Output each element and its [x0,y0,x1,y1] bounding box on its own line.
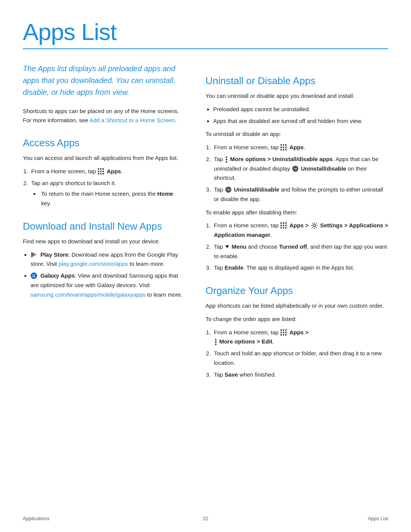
svg-rect-7 [100,173,102,174]
organize-step-2: Touch and hold an app shortcut or folder… [212,349,388,368]
svg-rect-37 [280,329,282,331]
svg-rect-33 [280,227,282,229]
svg-rect-0 [98,168,99,170]
svg-rect-41 [283,332,284,333]
galaxy-apps-icon: G [30,272,37,279]
svg-rect-17 [285,144,287,146]
main-content: The Apps list displays all preloaded app… [23,63,388,383]
apps-grid-icon-3 [280,222,287,229]
uninstall-heading: Uninstall or Disable Apps [206,75,388,87]
organize-heading: Organize Your Apps [206,285,388,297]
svg-rect-27 [280,222,282,224]
svg-rect-16 [283,144,284,146]
svg-rect-19 [283,147,284,148]
svg-point-25 [226,159,227,160]
galaxy-apps-link[interactable]: samsung.com/levant/apps/mobile/galaxyapp… [30,291,146,298]
play-store-item: Play Store: Download new apps from the G… [30,250,183,269]
shortcut-link[interactable]: Add a Shortcut to a Home Screen [89,117,175,123]
uninstall-bullet-1: Preloaded apps cannot be uninstalled. [213,105,388,114]
enable-step-3: Tap Enable. The app is displayed again i… [212,263,388,273]
download-heading: Download and Install New Apps [23,220,183,232]
enable-steps-intro: To enable apps after disabling them: [206,208,388,217]
svg-point-36 [313,224,315,227]
svg-rect-29 [285,222,287,224]
svg-rect-30 [280,225,282,227]
download-intro: Find new apps to download and install on… [23,237,183,246]
menu-triangle-icon [225,245,229,248]
intro-body: Shortcuts to apps can be placed on any o… [23,107,183,125]
apps-grid-icon-4 [280,329,287,336]
svg-rect-20 [285,147,287,148]
uninstall-step-2: Tap More options > Uninstall/disable app… [212,155,388,183]
organize-step-1: From a Home screen, tap [212,328,388,347]
svg-rect-18 [280,147,282,148]
more-options-icon-2 [215,339,217,345]
footer-center: 22 [203,516,208,521]
svg-rect-2 [103,168,104,170]
svg-rect-4 [100,171,102,172]
uninstall-circle-icon-2 [225,187,231,193]
right-column: Uninstall or Disable Apps You can uninst… [206,63,388,383]
svg-rect-34 [283,227,284,229]
uninstall-steps: From a Home screen, tap [212,143,388,204]
apps-grid-icon [97,168,104,175]
svg-rect-6 [98,173,99,174]
uninstall-bullet-2: Apps that are disabled are turned off an… [213,117,388,126]
svg-text:G: G [32,274,35,278]
svg-rect-35 [285,227,287,229]
download-items: Play Store: Download new apps from the G… [30,250,183,300]
svg-point-47 [215,341,217,343]
enable-step-1: From a Home screen, tap [212,221,388,240]
svg-rect-5 [103,171,104,172]
organize-order-intro: To change the order apps are listed: [206,315,388,324]
svg-rect-21 [280,149,282,151]
svg-rect-31 [283,225,284,227]
title-rule [23,48,388,49]
access-apps-heading: Access Apps [23,137,183,149]
enable-steps: From a Home screen, tap [212,221,388,273]
footer-page-number: 22 [203,516,208,521]
svg-rect-28 [283,222,284,224]
svg-rect-39 [285,329,287,331]
play-store-icon [30,251,37,258]
uninstall-step-3: Tap Uninstall/disable and follow the pro… [212,185,388,204]
access-step-2: Tap an app's shortcut to launch it. To r… [30,179,183,208]
svg-point-48 [215,343,217,345]
svg-rect-40 [280,332,282,333]
svg-rect-45 [285,334,287,335]
footer-right: Apps List [368,516,388,521]
access-substep-1: To return to the main Home screen, press… [40,189,183,208]
svg-rect-42 [285,332,287,333]
uninstall-bullets: Preloaded apps cannot be uninstalled. Ap… [213,105,388,126]
uninstall-intro: You can uninstall or disable apps you do… [206,91,388,101]
more-options-icon [225,156,228,162]
svg-point-26 [226,161,227,163]
play-store-link[interactable]: play.google.com/store/apps [59,260,128,267]
uninstall-steps-intro: To uninstall or disable an app: [206,129,388,139]
svg-rect-8 [103,173,104,174]
uninstall-circle-icon [292,166,298,172]
page-title: Apps List [23,18,388,45]
settings-icon [311,222,318,229]
enable-step-2: Tap Menu and choose Turned off, and then… [212,242,388,261]
uninstall-step-1: From a Home screen, tap [212,143,388,152]
access-apps-steps: From a Home screen, tap [30,167,183,208]
svg-rect-38 [283,329,284,331]
svg-rect-44 [283,334,284,335]
svg-rect-43 [280,334,282,335]
galaxy-apps-item: G Galaxy Apps: View and download Samsung… [30,271,183,299]
organize-step-3: Tap Save when finished. [212,370,388,380]
organize-intro: App shortcuts can be listed alphabetical… [206,301,388,311]
access-substep-list: To return to the main Home screen, press… [40,189,183,208]
svg-rect-3 [98,171,99,172]
svg-rect-32 [285,225,287,227]
svg-point-46 [215,339,217,340]
access-apps-intro: You can access and launch all applicatio… [23,153,183,163]
page-content: Apps List The Apps list displays all pre… [0,0,411,414]
intro-italic: The Apps list displays all preloaded app… [23,63,183,98]
svg-rect-22 [283,149,284,151]
access-step-1: From a Home screen, tap [30,167,183,176]
apps-grid-icon-2 [280,144,287,151]
svg-rect-15 [280,144,282,146]
organize-steps: From a Home screen, tap [212,328,388,380]
